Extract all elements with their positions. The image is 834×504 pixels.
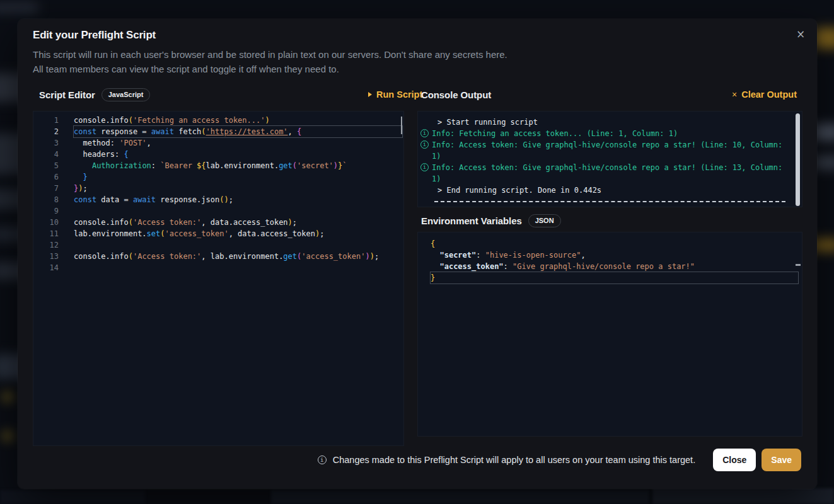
overview-ruler-mark [796,264,801,266]
console-line: iInfo: Access token: Give graphql-hive/c… [418,162,802,185]
console-separator [434,201,785,202]
line-number: 11 [33,228,59,239]
footer-note: i Changes made to this Preflight Script … [318,455,695,465]
code-line-content: console.info('Access token:', lab.enviro… [74,251,402,262]
backdrop-band [652,488,834,504]
code-line[interactable]: 3 method: 'POST', [33,137,403,149]
line-number: 7 [33,183,59,194]
code-line-content: } [74,171,402,183]
env-vars-title: Environment Variables [421,215,522,226]
code-line-content: headers: { [74,149,402,160]
code-line[interactable]: 10console.info('Access token:', data.acc… [33,217,403,228]
script-editor-title: Script Editor [39,89,95,100]
description-line-1: This script will run in each user's brow… [33,47,507,62]
code-line-content: console.info('Fetching an access token..… [74,115,402,126]
console-line-text: Info: Fetching an access token... (Line:… [432,128,678,139]
play-icon [368,92,372,97]
code-line[interactable]: { [418,238,802,249]
code-line-content: } [431,272,798,284]
console-output[interactable]: > Start running scriptiInfo: Fetching an… [417,111,802,207]
console-line: > End running script. Done in 0.442s [418,185,802,196]
line-number: 5 [33,160,59,171]
run-script-button[interactable]: Run Script [368,87,422,102]
code-line[interactable]: "access_token": "Give graphql-hive/conso… [418,261,802,272]
code-line[interactable]: 1console.info('Fetching an access token.… [33,115,403,126]
line-number: 12 [33,239,59,251]
modal-description: This script will run in each user's brow… [33,47,507,76]
preflight-script-modal: × Edit your Preflight Script This script… [18,19,817,489]
code-line[interactable]: 14 [33,262,403,273]
line-number: 1 [33,115,59,126]
console-line: iInfo: Fetching an access token... (Line… [418,128,802,139]
console-header: Console Output [421,87,491,102]
code-line[interactable]: 7}); [33,183,403,194]
code-line[interactable]: 13console.info('Access token:', lab.envi… [33,251,403,262]
code-line[interactable]: 6 } [33,171,403,183]
code-line[interactable]: 2const response = await fetch('https://t… [33,126,403,137]
code-line[interactable]: 9 [33,205,403,217]
language-badge: JavaScript [101,88,151,101]
code-line-content: method: 'POST', [74,137,402,149]
console-line-text: Info: Access token: Give graphql-hive/co… [432,139,791,162]
line-number: 13 [33,251,59,262]
code-line[interactable]: 11lab.environment.set('access_token', da… [33,228,403,239]
code-line-content [74,239,402,251]
code-line[interactable]: 5 Authorization: `Bearer ${lab.environme… [33,160,403,171]
code-line-content: lab.environment.set('access_token', data… [74,228,402,239]
clear-output-button[interactable]: × Clear Output [732,87,797,102]
backdrop-blob [3,431,13,441]
save-button[interactable]: Save [762,449,801,471]
code-line-content: }); [74,183,402,194]
code-line-content [74,262,402,273]
code-line-content: const data = await response.json(); [74,194,402,205]
code-line-content: Authorization: `Bearer ${lab.environment… [74,160,402,171]
code-line[interactable]: "secret": "hive-is-open-source", [418,249,802,261]
code-line-content: "secret": "hive-is-open-source", [431,249,798,261]
env-vars-header: Environment Variables JSON [421,213,561,228]
env-vars-editor[interactable]: { "secret": "hive-is-open-source", "acce… [417,232,802,437]
console-line-text: > End running script. Done in 0.442s [437,185,802,196]
clear-icon: × [732,90,737,99]
line-number: 3 [33,137,59,149]
overview-ruler-mark [401,117,402,134]
console-line-text: Info: Access token: Give graphql-hive/co… [432,162,791,185]
backdrop-blob [0,3,39,13]
line-number: 14 [33,262,59,273]
line-number: 6 [33,171,59,183]
line-number: 8 [33,194,59,205]
code-line[interactable]: 12 [33,239,403,251]
backdrop-blob [814,28,834,49]
console-line-text: > Start running script [437,117,802,128]
code-line-content: "access_token": "Give graphql-hive/conso… [431,261,798,272]
script-editor-header: Script Editor JavaScript [39,87,150,102]
code-line[interactable]: } [418,272,802,284]
code-line-content: console.info('Access token:', data.acces… [74,217,402,228]
format-badge: JSON [528,214,561,227]
line-number: 4 [33,149,59,160]
info-icon: i [318,455,327,464]
backdrop-blob [3,392,13,402]
console-output-title: Console Output [421,89,491,100]
line-number: 10 [33,217,59,228]
code-line-content: { [431,238,798,249]
console-scrollbar[interactable] [796,113,800,206]
info-icon: i [420,163,429,171]
info-icon: i [420,140,429,149]
clear-output-label: Clear Output [741,89,797,100]
backdrop-band [271,490,649,504]
code-line-content: const response = await fetch('https://te… [74,126,402,137]
code-line[interactable]: 4 headers: { [33,149,403,160]
close-button[interactable]: Close [713,449,756,471]
modal-footer: i Changes made to this Preflight Script … [33,449,801,471]
description-line-2: All team members can view the script and… [33,62,507,76]
console-line: iInfo: Access token: Give graphql-hive/c… [418,139,802,162]
code-line-content [74,205,402,217]
line-number: 9 [33,205,59,217]
line-number: 2 [33,126,59,137]
backdrop-band [0,490,145,504]
console-line: > Start running script [418,117,802,128]
code-line[interactable]: 8const data = await response.json(); [33,194,403,205]
run-script-label: Run Script [376,89,422,100]
script-editor[interactable]: 1console.info('Fetching an access token.… [33,111,404,446]
close-icon[interactable]: × [794,28,807,40]
